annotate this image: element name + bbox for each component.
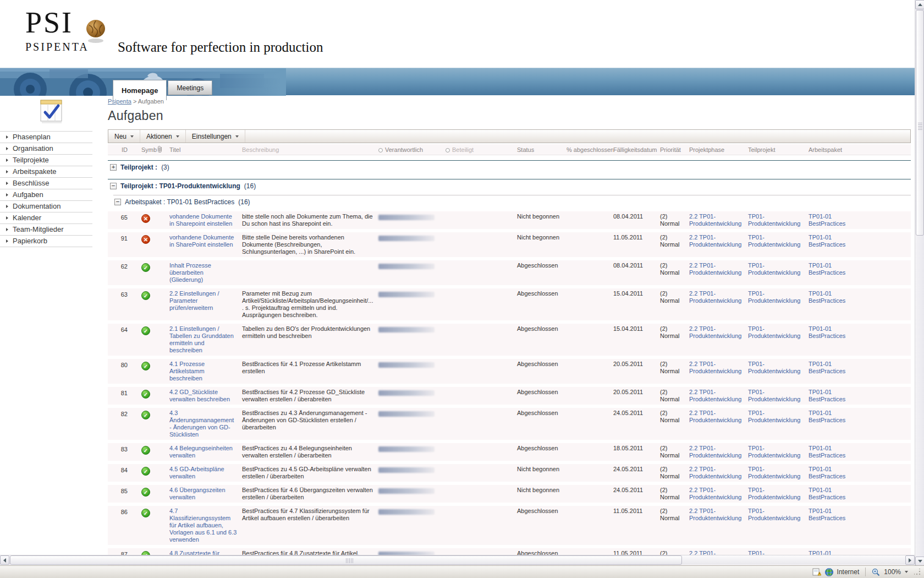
task-title-link[interactable]: 4.3 Änderungsmanagement - Änderungen von…	[169, 410, 234, 438]
task-teilprojekt-link[interactable]: TP01-Produktentwicklung	[748, 508, 800, 521]
sidebar-item-aufgaben[interactable]: Aufgaben	[0, 189, 92, 201]
task-arbeitspaket-link[interactable]: TP01-01 BestPractices	[809, 389, 845, 402]
sidebar-item-arbeitspakete[interactable]: Arbeitspakete	[0, 166, 92, 178]
task-projektphase-link[interactable]: 2.2 TP01-Produktentwicklung	[689, 389, 741, 402]
horizontal-scroll-thumb[interactable]	[10, 555, 682, 565]
column-projektphase[interactable]: Projektphase	[689, 145, 748, 155]
column-beteiligt[interactable]: Beteiligt	[446, 145, 517, 155]
task-projektphase-link[interactable]: 2.2 TP01-Produktentwicklung	[689, 361, 741, 374]
task-arbeitspaket-link[interactable]: TP01-01 BestPractices	[809, 262, 845, 276]
task-arbeitspaket-link[interactable]: TP01-01 BestPractices	[809, 487, 845, 500]
task-arbeitspaket-link[interactable]: TP01-01 BestPractices	[809, 445, 845, 459]
task-title-link[interactable]: 4.7 Klassifizierungssystem für Artikel a…	[169, 508, 237, 543]
task-projektphase-link[interactable]: 2.2 TP01-Produktentwicklung	[689, 213, 741, 227]
task-percent-complete	[566, 506, 613, 545]
task-title-link[interactable]: 4.5 GD-Arbeitspläne verwalten	[169, 466, 224, 479]
task-teilprojekt-link[interactable]: TP01-Produktentwicklung	[748, 389, 800, 402]
task-arbeitspaket-link[interactable]: TP01-01 BestPractices	[809, 290, 845, 304]
task-projektphase-link[interactable]: 2.2 TP01-Produktentwicklung	[689, 466, 741, 479]
task-projektphase-link[interactable]: 2.2 TP01-Produktentwicklung	[689, 262, 741, 276]
task-teilprojekt-link[interactable]: TP01-Produktentwicklung	[748, 213, 800, 227]
task-projektphase-link[interactable]: 2.2 TP01-Produktentwicklung	[689, 234, 741, 248]
task-beteiligt	[446, 288, 517, 320]
sidebar-item-dokumentation[interactable]: Dokumentation	[0, 201, 92, 212]
task-due-date: 08.04.2011	[613, 260, 660, 285]
task-title-link[interactable]: 2.2 Einstellungen / Parameter prüfen/erw…	[169, 290, 219, 311]
task-description: BestBractises für 4.2 Prozesse GD_Stückl…	[242, 387, 378, 405]
arrow-left-icon	[3, 558, 6, 563]
column-verantwortlich[interactable]: Verantwortlich	[378, 145, 446, 155]
menu-aktionen[interactable]: Aktionen	[140, 130, 186, 143]
task-teilprojekt-link[interactable]: TP01-Produktentwicklung	[748, 410, 800, 423]
tab-homepage[interactable]: Homepage	[113, 80, 167, 100]
scroll-up-button[interactable]	[915, 0, 924, 9]
column-beschreibung[interactable]: Beschreibung	[242, 145, 378, 155]
task-projektphase-link[interactable]: 2.2 TP01-Produktentwicklung	[689, 508, 741, 521]
list-toolbar: Neu Aktionen Einstellungen	[108, 129, 911, 143]
task-teilprojekt-link[interactable]: TP01-Produktentwicklung	[748, 234, 800, 248]
sidebar-item-teilprojekte[interactable]: Teilprojekte	[0, 155, 92, 166]
task-projektphase-link[interactable]: 2.2 TP01-Produktentwicklung	[689, 410, 741, 423]
task-title-link[interactable]: vorhandene Dokumente in SharePoint einst…	[169, 234, 234, 248]
sidebar-item-team-mitglieder[interactable]: Team-Mitglieder	[0, 224, 92, 236]
task-title-link[interactable]: 4.4 Belegungseinheiten verwalten	[169, 445, 233, 459]
task-title-link[interactable]: 4.2 GD_Stückliste verwalten beschreiben	[169, 389, 230, 402]
sidebar-item-papierkorb[interactable]: Papierkorb	[0, 236, 92, 247]
sidebar-item-kalender[interactable]: Kalender	[0, 212, 92, 224]
vertical-scrollbar[interactable]	[915, 0, 924, 566]
column-arbeitspaket[interactable]: Arbeitspaket	[809, 145, 866, 155]
column-attachments[interactable]	[157, 144, 169, 156]
task-arbeitspaket-link[interactable]: TP01-01 BestPractices	[809, 234, 845, 248]
collapse-minus-icon[interactable]: −	[114, 199, 121, 205]
task-title-link[interactable]: Inhalt Prozesse überarbeiten (Gliederung…	[169, 262, 211, 283]
vertical-scroll-thumb[interactable]	[916, 10, 924, 236]
task-teilprojekt-link[interactable]: TP01-Produktentwicklung	[748, 466, 800, 479]
horizontal-scrollbar[interactable]	[0, 555, 915, 565]
task-title-link[interactable]: vohandene Dokumente in Sharepoint einste…	[169, 213, 232, 227]
column-symb[interactable]: Symb	[134, 145, 157, 155]
task-title-link[interactable]: 2.1 Einstellungen / Tabellen zu Grunddat…	[169, 325, 234, 353]
scroll-left-button[interactable]	[0, 555, 9, 565]
task-arbeitspaket-link[interactable]: TP01-01 BestPractices	[809, 410, 845, 423]
scroll-down-button[interactable]	[915, 557, 924, 566]
task-arbeitspaket-link[interactable]: TP01-01 BestPractices	[809, 213, 845, 227]
column-prioritaet[interactable]: Priorität	[660, 145, 689, 155]
task-projektphase-link[interactable]: 2.2 TP01-Produktentwicklung	[689, 290, 741, 304]
task-teilprojekt-link[interactable]: TP01-Produktentwicklung	[748, 445, 800, 459]
task-arbeitspaket-link[interactable]: TP01-01 BestPractices	[809, 361, 845, 374]
column-faelligkeitsdatum[interactable]: Fälligkeitsdatum	[613, 145, 660, 155]
task-arbeitspaket-link[interactable]: TP01-01 BestPractices	[809, 325, 845, 339]
breadcrumb-site-link[interactable]: Psipenta	[108, 98, 131, 105]
task-arbeitspaket-link[interactable]: TP01-01 BestPractices	[809, 508, 845, 521]
task-title-link[interactable]: 4.1 Prozesse Artikelstamm beschreiben	[169, 361, 205, 381]
column-teilprojekt[interactable]: Teilprojekt	[748, 145, 809, 155]
task-teilprojekt-link[interactable]: TP01-Produktentwicklung	[748, 325, 800, 339]
column-status[interactable]: Status	[517, 145, 566, 155]
window-resize-grip[interactable]	[914, 569, 921, 575]
scroll-right-button[interactable]	[905, 555, 915, 565]
task-arbeitspaket-link[interactable]: TP01-01 BestPractices	[809, 466, 845, 479]
task-teilprojekt-link[interactable]: TP01-Produktentwicklung	[748, 487, 800, 500]
task-percent-complete	[566, 232, 613, 257]
tab-meetings[interactable]: Meetings	[168, 80, 212, 95]
expand-plus-icon[interactable]: +	[110, 164, 117, 171]
task-teilprojekt-link[interactable]: TP01-Produktentwicklung	[748, 262, 800, 276]
menu-einstellungen[interactable]: Einstellungen	[186, 130, 245, 143]
task-projektphase-link[interactable]: 2.2 TP01-Produktentwicklung	[689, 445, 741, 459]
column-titel[interactable]: Titel	[169, 145, 242, 155]
sidebar-item-phasenplan[interactable]: Phasenplan	[0, 132, 92, 143]
column-id[interactable]: ID	[108, 145, 134, 155]
column-abgeschlossen[interactable]: % abgeschlossen	[566, 145, 613, 155]
menu-neu[interactable]: Neu	[108, 130, 140, 143]
task-teilprojekt-link[interactable]: TP01-Produktentwicklung	[748, 361, 800, 374]
group-teilprojekt-empty: + Teilprojekt : (3)	[108, 160, 911, 174]
task-projektphase-link[interactable]: 2.2 TP01-Produktentwicklung	[689, 487, 741, 500]
task-title-link[interactable]: 4.6 Übergangszeiten verwalten	[169, 487, 226, 500]
task-teilprojekt-link[interactable]: TP01-Produktentwicklung	[748, 290, 800, 304]
sidebar-item-organisation[interactable]: Organisation	[0, 143, 92, 155]
collapse-minus-icon[interactable]: −	[110, 183, 117, 189]
sidebar-item-beschl-sse[interactable]: Beschlüsse	[0, 178, 92, 189]
task-projektphase-link[interactable]: 2.2 TP01-Produktentwicklung	[689, 325, 741, 339]
zoom-dropdown-caret-icon[interactable]	[905, 571, 908, 573]
arrow-up-icon	[918, 3, 922, 6]
